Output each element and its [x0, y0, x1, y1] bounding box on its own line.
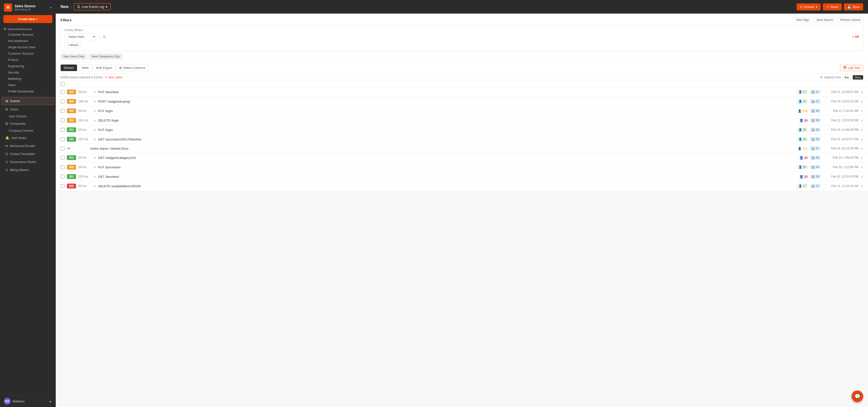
- table-row[interactable]: 400 161 ms ⊣ DELETE /login 👤 38 🏢 38 Feb…: [56, 116, 868, 125]
- expand-icon[interactable]: ∨: [861, 146, 863, 150]
- select-all-checkbox[interactable]: [61, 82, 64, 86]
- table-row[interactable]: 400 168 ms ⊣ POST /widgets/buying/ 👤 21 …: [56, 97, 868, 106]
- status-badge: 201: [67, 155, 76, 160]
- add-where-button[interactable]: + Where: [65, 42, 81, 48]
- sidebar-item-security[interactable]: ›Security: [0, 69, 56, 76]
- nav-item-user-cohorts[interactable]: User Cohorts: [0, 113, 56, 120]
- tab-bulk-export[interactable]: Bulk Export: [93, 64, 115, 71]
- topbar-actions: ⊡ Embed ▾ ↗ Share 💾 Save: [797, 3, 863, 10]
- nav-item-governance-rules[interactable]: ⊙ Governance Rules: [1, 158, 54, 166]
- new-companies-pill[interactable]: New Companies Only: [89, 54, 122, 59]
- embed-button[interactable]: ⊡ Embed ▾: [797, 3, 820, 10]
- sidebar-item-product[interactable]: ›Product: [0, 57, 56, 63]
- chevron-down-icon[interactable]: ▾: [50, 6, 52, 9]
- expand-icon[interactable]: ∨: [861, 137, 863, 141]
- method-icon: ⊣: [93, 166, 96, 169]
- table-row[interactable]: 400 50 ms ⊣ PUT /purchases 👤 34 🏢 34 Feb…: [56, 163, 868, 172]
- filter-delete-icon[interactable]: 🗑: [103, 35, 106, 38]
- row-checkbox[interactable]: [61, 118, 64, 122]
- breadcrumb-current[interactable]: ☰ Live Event Log ▾: [74, 3, 111, 10]
- sidebar-item-engineering[interactable]: ›Engineering: [0, 63, 56, 69]
- view-tags-button[interactable]: View Tags: [794, 17, 812, 23]
- expand-icon[interactable]: ∨: [861, 128, 863, 132]
- expand-icon[interactable]: ∨: [861, 165, 863, 169]
- row-checkbox[interactable]: [61, 99, 64, 103]
- settings-icon[interactable]: ⚙: [28, 8, 31, 11]
- sidebar-item-customer-success-1[interactable]: ›Customer Success: [0, 32, 56, 38]
- sidebar-item-sales[interactable]: ›Sales: [0, 82, 56, 88]
- user-footer[interactable]: MA Matthew ▲: [0, 395, 56, 407]
- embed-icon: ⊡: [800, 5, 803, 9]
- row-checkbox[interactable]: [61, 184, 64, 188]
- new-users-pill[interactable]: New Users Only: [61, 54, 87, 59]
- event-date: Feb 10, 1:22:06 PM: [823, 166, 858, 169]
- sort-controls: ⊟ request.Time Asc Desc: [820, 75, 863, 80]
- nav-item-company-cohorts[interactable]: Company Cohorts: [0, 127, 56, 134]
- sidebar-item-test-dashboard[interactable]: ›test dashboard: [0, 38, 56, 44]
- sidebar-item-profile-dashboards[interactable]: ›Profile Dashboards: [0, 88, 56, 95]
- user-tag: 👤 17: [797, 90, 808, 94]
- sort-asc-button[interactable]: Asc: [842, 75, 851, 80]
- tab-table[interactable]: Table: [78, 64, 92, 71]
- table-row[interactable]: 401 50 ms ⊣ PUT /login 👤 340 🏢 46 Feb 11…: [56, 106, 868, 116]
- expand-icon[interactable]: ∨: [861, 109, 863, 113]
- row-checkbox[interactable]: [61, 137, 64, 141]
- events-table: 400 50 ms ⊣ PUT /favorites/ 👤 17 🏢 17 Fe…: [56, 81, 868, 191]
- row-checkbox[interactable]: [61, 128, 64, 132]
- table-row[interactable]: 201 50 ms ⊣ GET /widgets/category/101 👤 …: [56, 153, 868, 163]
- add-or-button[interactable]: + OR: [852, 35, 859, 38]
- tab-select-columns[interactable]: ⊞ Select Columns: [116, 64, 148, 71]
- nav-item-events[interactable]: ⊞ Events: [1, 97, 54, 105]
- expand-icon[interactable]: ∨: [861, 175, 863, 178]
- create-new-button[interactable]: Create New +: [3, 15, 52, 23]
- users-icon: ⊞: [5, 108, 8, 111]
- table-row[interactable]: Action Name: Viewed-Docs 👤 311 🏢 17 Feb …: [56, 144, 868, 153]
- time-badge: 50 ms: [79, 90, 91, 94]
- expand-icon[interactable]: ∨: [861, 156, 863, 159]
- restore-search-button[interactable]: Restore Search: [838, 17, 863, 23]
- expand-icon[interactable]: ∨: [861, 118, 863, 122]
- save-search-button[interactable]: Save Search: [814, 17, 836, 23]
- sidebar-item-customer-success-2[interactable]: ›Customer Success: [0, 51, 56, 57]
- filter-more-icon[interactable]: ···: [98, 35, 101, 38]
- row-checkbox[interactable]: [61, 156, 64, 159]
- nav-item-alert-rules[interactable]: 🔔 Alert Rules: [1, 134, 54, 142]
- nav-item-billing-meters[interactable]: ⊙ Billing Meters: [1, 166, 54, 174]
- expand-icon[interactable]: ∨: [861, 99, 863, 103]
- save-button[interactable]: 💾 Save: [844, 3, 863, 10]
- nav-item-behavioral-emails[interactable]: ✉ Behavioral Emails: [1, 142, 54, 150]
- row-checkbox[interactable]: [61, 90, 64, 94]
- expand-icon[interactable]: ∨: [861, 90, 863, 94]
- nav-item-companies[interactable]: ⊞ Companies: [1, 120, 54, 127]
- chat-bubble[interactable]: 💬: [851, 390, 863, 402]
- event-path: Action Name: Viewed-Docs: [90, 147, 795, 150]
- table-row[interactable]: 201 220 ms ⊣ GET /favorites/ 👤 38 🏢 38 F…: [56, 172, 868, 181]
- table-row[interactable]: 201 187 ms ⊣ GET /purchases/55179/declin…: [56, 135, 868, 144]
- sort-desc-button[interactable]: Desc: [853, 75, 863, 80]
- email-icon: ✉: [5, 144, 8, 148]
- user-tag: 👤 34: [797, 165, 808, 169]
- table-row[interactable]: 201 50 ms ⊣ PUT /login 👤 28 🏢 28 Feb 10,…: [56, 125, 868, 135]
- user-tag: 👤 340: [798, 109, 808, 113]
- share-button[interactable]: ↗ Share: [823, 3, 842, 10]
- row-checkbox[interactable]: [61, 165, 64, 169]
- date-filter-button[interactable]: 📅 Last Year: [840, 65, 863, 71]
- select-field-dropdown[interactable]: Select field...: [65, 33, 96, 40]
- tab-stream[interactable]: Stream: [61, 64, 77, 71]
- row-checkbox[interactable]: [61, 146, 64, 150]
- save-icon: 💾: [847, 5, 851, 9]
- event-date: Feb 11, 10:33:07 AM: [823, 90, 858, 94]
- sidebar-item-single-account[interactable]: ›Single Account View: [0, 44, 56, 51]
- row-checkbox[interactable]: [61, 175, 64, 178]
- nav-item-users[interactable]: ⊞ Users: [1, 106, 54, 113]
- expand-icon[interactable]: ∨: [861, 184, 863, 188]
- see-latest-button[interactable]: ↻ See Latest: [105, 76, 122, 79]
- method-icon: ⊣: [93, 184, 96, 188]
- sidebar-item-marketing[interactable]: ›Marketing: [0, 76, 56, 82]
- row-checkbox[interactable]: [61, 109, 64, 113]
- table-row[interactable]: 502 50 ms ⊣ DELETE /availabilities/10915…: [56, 181, 868, 191]
- time-badge: 50 ms: [79, 166, 91, 169]
- nav-item-embed-templates[interactable]: ⊡ Embed Templates: [1, 150, 54, 158]
- table-row[interactable]: 400 50 ms ⊣ PUT /favorites/ 👤 17 🏢 17 Fe…: [56, 87, 868, 97]
- event-tags: 👤 28 🏢 28: [797, 127, 821, 132]
